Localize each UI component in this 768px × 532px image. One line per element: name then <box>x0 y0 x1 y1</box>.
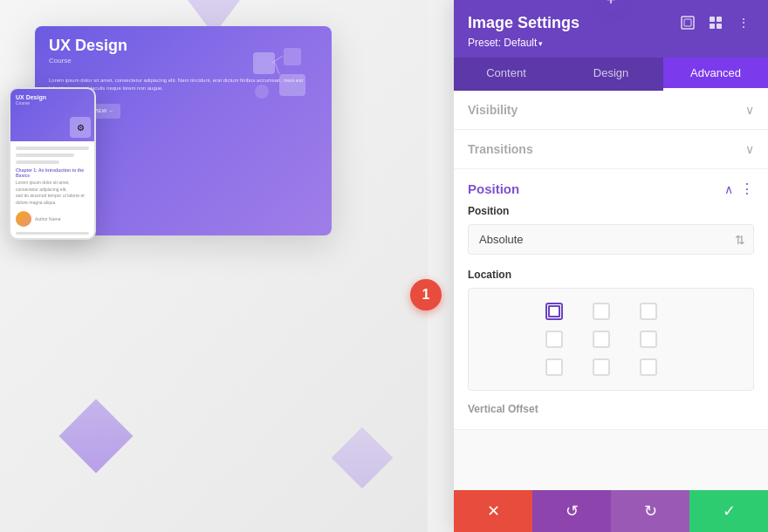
phone-chapter-text: Lorem ipsum dolor sit amet, consectetur … <box>16 180 89 206</box>
svg-rect-7 <box>684 19 691 26</box>
position-header[interactable]: Position ∧ ⋮ <box>454 169 768 205</box>
save-button[interactable]: ✓ <box>689 490 768 532</box>
phone-author: Author Name <box>35 216 60 222</box>
phone-subtitle: Course <box>16 100 89 106</box>
location-grid-container[interactable] <box>468 288 754 391</box>
grid-dot-top-left[interactable] <box>545 303 563 320</box>
position-body: Position Default Relative Absolute Fixed… <box>454 205 768 429</box>
svg-line-5 <box>275 63 279 74</box>
preview-area: UX Design Course Lorem ipsum dolor sit a… <box>0 0 428 532</box>
phone-body: Chapter 1: An Introduction to the Basics… <box>10 141 94 240</box>
grid-dot-bottom-left[interactable] <box>545 358 563 376</box>
tab-advanced[interactable]: Advanced <box>663 58 768 91</box>
undo-button[interactable]: ↺ <box>532 490 611 532</box>
svg-rect-2 <box>279 74 305 96</box>
position-chevron[interactable]: ∧ <box>724 182 733 196</box>
svg-rect-0 <box>253 52 275 74</box>
phone-progress-bg <box>16 232 89 235</box>
visibility-header[interactable]: Visibility ∨ <box>454 91 768 129</box>
svg-rect-6 <box>682 17 694 29</box>
grid-icon[interactable] <box>705 12 726 33</box>
grid-dot-middle-left[interactable] <box>545 331 563 348</box>
save-icon: ✓ <box>723 501 736 521</box>
phone-icon: ⚙ <box>70 117 91 138</box>
visibility-chevron: ∨ <box>745 103 754 117</box>
undo-icon: ↺ <box>566 501 579 521</box>
location-label: Location <box>468 269 754 281</box>
grid-dot-bottom-center[interactable] <box>593 358 610 376</box>
phone-avatar <box>16 211 31 227</box>
transitions-title: Transitions <box>468 142 533 156</box>
svg-rect-11 <box>717 24 722 29</box>
position-header-right: ∧ ⋮ <box>724 182 754 196</box>
cancel-icon: ✕ <box>487 501 500 521</box>
position-field-label: Position <box>468 205 754 217</box>
redo-button[interactable]: ↻ <box>611 490 689 532</box>
cancel-button[interactable]: ✕ <box>454 490 532 532</box>
step-badge: 1 <box>410 279 442 310</box>
svg-rect-1 <box>284 48 301 65</box>
position-title: Position <box>468 181 519 196</box>
bottom-toolbar: ✕ ↺ ↻ ✓ <box>454 490 768 532</box>
visibility-section: Visibility ∨ <box>454 91 768 130</box>
phone-bottom-row <box>16 232 89 235</box>
svg-rect-10 <box>710 24 715 29</box>
transitions-header[interactable]: Transitions ∨ <box>454 130 768 168</box>
vertical-offset-label: Vertical Offset <box>468 403 754 415</box>
position-dots-icon[interactable]: ⋮ <box>740 182 754 196</box>
grid-dot-middle-center[interactable] <box>593 331 610 348</box>
preset-arrow: ▾ <box>538 39 543 48</box>
transitions-section: Transitions ∨ <box>454 130 768 169</box>
transitions-chevron: ∨ <box>745 142 754 156</box>
svg-rect-8 <box>710 17 715 22</box>
position-select-wrapper: Default Relative Absolute Fixed ⇅ <box>468 224 754 255</box>
grid-dot-top-right[interactable] <box>640 303 657 320</box>
phone-line <box>16 153 74 157</box>
position-section: Position ∧ ⋮ Position Default Relative A… <box>454 169 768 430</box>
phone-line <box>16 160 59 164</box>
redo-icon: ↻ <box>644 501 657 521</box>
panel-body: Visibility ∨ Transitions ∨ Position ∧ ⋮ <box>454 91 768 490</box>
phone-title: UX Design <box>16 94 89 100</box>
phone-avatar-row: Author Name <box>16 211 89 227</box>
laptop-decorative <box>244 44 314 113</box>
grid-dot-top-center[interactable] <box>593 303 610 320</box>
preset-text: Preset: Default <box>468 37 537 49</box>
settings-panel: + Image Settings <box>454 0 768 532</box>
panel-title: Image Settings <box>468 14 579 32</box>
svg-rect-9 <box>717 17 722 22</box>
panel-tabs: Content Design Advanced <box>454 58 768 91</box>
location-grid <box>545 303 676 376</box>
more-icon[interactable]: ⋮ <box>733 12 754 33</box>
deco-diamond-left <box>59 399 134 474</box>
phone-line <box>16 147 89 150</box>
panel-icons: ⋮ <box>677 12 754 33</box>
position-select[interactable]: Default Relative Absolute Fixed <box>468 224 754 255</box>
phone-mockup: UX Design Course ⚙ Chapter 1: An Introdu… <box>9 87 96 240</box>
visibility-title: Visibility <box>468 103 518 117</box>
tab-content[interactable]: Content <box>454 58 559 91</box>
phone-chapter-label: Chapter 1: An Introduction to the Basics <box>16 167 89 178</box>
svg-point-3 <box>255 85 269 99</box>
deco-diamond-right <box>332 427 394 489</box>
step-number: 1 <box>422 287 430 303</box>
tab-design[interactable]: Design <box>559 58 663 91</box>
grid-dot-bottom-right[interactable] <box>640 358 657 376</box>
panel-preset[interactable]: Preset: Default▾ <box>468 37 754 49</box>
resize-icon[interactable] <box>677 12 698 33</box>
grid-dot-middle-right[interactable] <box>640 331 657 348</box>
